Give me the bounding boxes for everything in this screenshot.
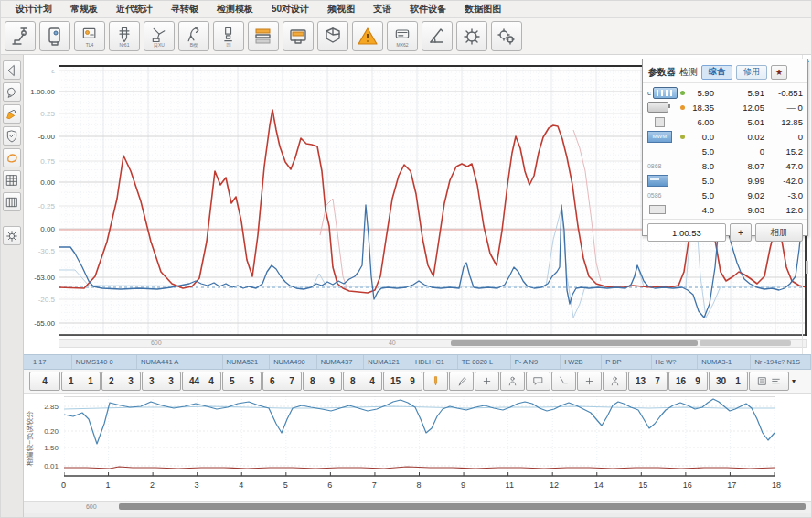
column-header-1[interactable]: NUMS140 0: [72, 355, 137, 369]
column-header-12[interactable]: He W?: [652, 355, 699, 369]
menu-item-1[interactable]: 常规板: [61, 1, 107, 17]
grid-icon: [5, 173, 19, 188]
parameter-value-3: -3.0: [764, 190, 803, 200]
bottom-y-tick-label: 0.20: [31, 427, 59, 436]
toolbar-scanner-button[interactable]: TL4: [74, 21, 105, 51]
column-header-2[interactable]: NUMA441 A: [137, 355, 223, 369]
column-header-14[interactable]: Nr -194c? N1S: [751, 355, 811, 369]
sidebar-back-arrow-button[interactable]: [3, 60, 21, 80]
toolbar-probe-button[interactable]: 日XU: [144, 21, 175, 51]
column-header-6[interactable]: NUMA121: [364, 355, 411, 369]
number-button-2-3[interactable]: 23: [102, 372, 141, 391]
sidebar-columns-button[interactable]: [3, 192, 21, 211]
tab-detection[interactable]: 检测: [679, 66, 698, 79]
panel-action-button[interactable]: 相册: [755, 223, 803, 242]
column-header-4[interactable]: NUMA490: [270, 355, 317, 369]
row-overflow-arrow[interactable]: ▾: [792, 377, 796, 385]
toolbar-box3d-button[interactable]: [317, 21, 348, 51]
toolbar-bug-button[interactable]: [456, 21, 487, 51]
column-header-8[interactable]: TE 0020 L: [458, 355, 511, 369]
menu-item-5[interactable]: 50对设计: [262, 1, 318, 17]
column-header-11[interactable]: P DP: [602, 355, 651, 369]
h-scroll-thumb[interactable]: [451, 340, 698, 346]
parameter-row-icon: [647, 102, 680, 113]
sidebar-shield-button[interactable]: [3, 126, 21, 146]
angle-line-icon: [558, 374, 570, 388]
bottom-scrollbar[interactable]: 600: [24, 501, 811, 513]
add-button[interactable]: +: [730, 223, 752, 242]
view-options-button[interactable]: [749, 372, 789, 391]
tab-parameters[interactable]: 参数器: [648, 66, 676, 79]
composite-button[interactable]: 综合: [701, 65, 732, 80]
column-header-13[interactable]: NUMA3-1: [698, 355, 751, 369]
sidebar-pen-orange-button[interactable]: [3, 104, 21, 124]
column-header-7[interactable]: HDLH C1: [411, 355, 458, 369]
number-button-1-1[interactable]: 11: [61, 372, 101, 391]
scrollbar-thumb[interactable]: [119, 503, 806, 510]
toolbar-column-button[interactable]: 凹: [213, 21, 244, 51]
toolbar-caliper-button[interactable]: B楔: [178, 21, 209, 51]
toolbar-drill-button[interactable]: Nr61: [109, 21, 140, 51]
number-button-4[interactable]: 4: [29, 372, 60, 391]
toolbar-gears-button[interactable]: [491, 21, 522, 51]
menu-item-0[interactable]: 设计计划: [6, 1, 61, 17]
panel-dropdown-button[interactable]: ★: [771, 65, 787, 80]
chart-h-scrollbar[interactable]: 60040: [59, 339, 807, 348]
sidebar-speech-button[interactable]: [3, 82, 21, 102]
pen-icon: [455, 374, 467, 388]
sidebar-loop-orange-button[interactable]: [3, 148, 21, 167]
number-button-30-1[interactable]: 301: [709, 372, 748, 391]
bottom-chart-plot[interactable]: [64, 396, 775, 478]
sidebar-grid-button[interactable]: [3, 170, 21, 189]
number-button-8-9[interactable]: 89: [303, 372, 342, 391]
menu-item-3[interactable]: 寻转银: [162, 1, 208, 17]
tool-angle-line-button[interactable]: [551, 372, 576, 391]
parameter-value-2: 12.05: [714, 103, 764, 113]
repair-button[interactable]: 修用: [736, 65, 767, 80]
tool-person-tool-button[interactable]: [500, 372, 525, 391]
column-header-0[interactable]: 1 17: [29, 355, 72, 369]
columns-icon: [5, 195, 19, 210]
tool-person-tool-button[interactable]: [603, 372, 627, 391]
sidebar-gear-button[interactable]: [3, 226, 21, 245]
parameter-row-icon: MWM: [647, 131, 680, 143]
y-axis-label: -20.5: [24, 296, 55, 304]
tool-pen-button[interactable]: [449, 372, 474, 391]
table-header-row: 1 17NUMS140 0NUMA441 ANUMA521NUMA490NUMA…: [24, 354, 811, 370]
column-header-9[interactable]: P- A N9: [511, 355, 561, 369]
card-icon: [393, 26, 411, 44]
number-button-15-9[interactable]: 159: [383, 372, 422, 391]
main-chart-region: ε1.00.000.25-6.000.750.00-0.250.00-30.5-…: [24, 55, 811, 354]
tool-marker-orange-button[interactable]: [423, 372, 448, 391]
tool-plus-button[interactable]: [577, 372, 602, 391]
toolbar-card-button[interactable]: MX62: [387, 21, 418, 51]
menu-item-6[interactable]: 频视图: [318, 1, 364, 17]
parameter-row: 5.0015.2: [647, 144, 803, 158]
tool-speech-bubble-button[interactable]: [526, 372, 550, 391]
column-header-5[interactable]: NUMA437: [317, 355, 365, 369]
number-button-13-7[interactable]: 137: [628, 372, 668, 391]
toolbar-protractor-button[interactable]: [422, 21, 453, 51]
number-button-16-9[interactable]: 169: [668, 372, 708, 391]
menu-item-2[interactable]: 近代统计: [107, 1, 162, 17]
menu-item-8[interactable]: 软件设备: [401, 1, 455, 17]
tool-plus-button[interactable]: [475, 372, 499, 391]
toolbar-robot-arm-button[interactable]: [5, 21, 36, 51]
toolbar-monitor-button[interactable]: [283, 21, 314, 51]
number-button-44-4[interactable]: 444: [182, 372, 221, 391]
number-button-6-7[interactable]: 67: [262, 372, 302, 391]
toolbar-machine-button[interactable]: [39, 21, 70, 51]
number-button-8-4[interactable]: 84: [343, 372, 382, 391]
number-button-5-5[interactable]: 55: [222, 372, 262, 391]
column-header-10[interactable]: I W2B: [561, 355, 602, 369]
h-scroll-thumb-2[interactable]: [700, 340, 791, 346]
toolbar-warning-button[interactable]: [352, 21, 383, 51]
value-input[interactable]: 1.00.53: [647, 223, 726, 242]
column-header-3[interactable]: NUMA521: [223, 355, 271, 369]
menu-item-4[interactable]: 检测模板: [208, 1, 262, 17]
menu-item-7[interactable]: 支语: [364, 1, 401, 17]
menu-item-9[interactable]: 数据图图: [455, 1, 510, 17]
parameter-value-2: 5.91: [714, 88, 764, 98]
toolbar-layers-button[interactable]: [248, 21, 279, 51]
number-button-3-3[interactable]: 33: [142, 372, 181, 391]
